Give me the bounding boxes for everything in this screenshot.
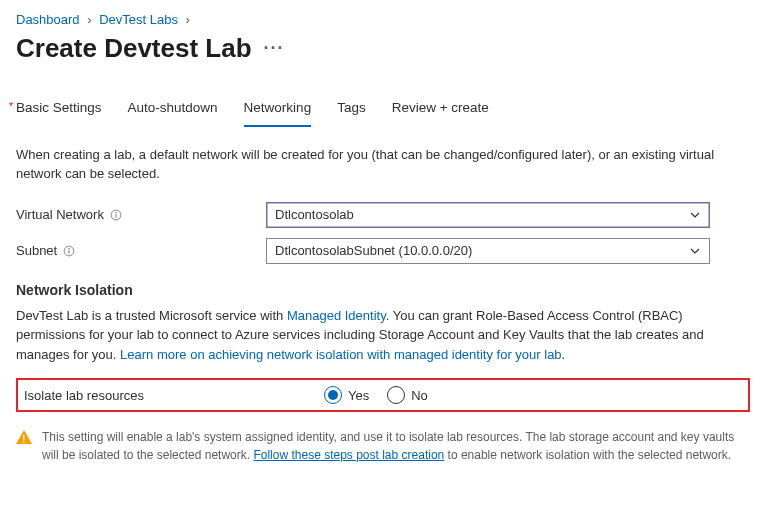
isolate-radio-no[interactable]: No — [387, 386, 428, 404]
tab-description: When creating a lab, a default network w… — [16, 146, 736, 184]
tab-basic-settings[interactable]: Basic Settings — [16, 94, 102, 127]
svg-rect-4 — [69, 250, 70, 253]
virtual-network-select[interactable]: Dtlcontosolab — [266, 202, 710, 228]
svg-rect-1 — [115, 214, 116, 217]
iso-text-dot: . — [562, 347, 566, 362]
network-isolation-description: DevTest Lab is a trusted Microsoft servi… — [16, 306, 746, 365]
tab-bar: Basic Settings Auto-shutdown Networking … — [16, 94, 758, 128]
iso-text-pre: DevTest Lab is a trusted Microsoft servi… — [16, 308, 287, 323]
virtual-network-label: Virtual Network — [16, 207, 266, 222]
isolate-lab-resources-row: Isolate lab resources Yes No — [16, 378, 750, 412]
subnet-select[interactable]: DtlcontosolabSubnet (10.0.0.0/20) — [266, 238, 710, 264]
alert-text-post: to enable network isolation with the sel… — [444, 448, 731, 462]
breadcrumb-dashboard[interactable]: Dashboard — [16, 12, 80, 27]
managed-identity-link[interactable]: Managed Identity — [287, 308, 386, 323]
subnet-row: Subnet DtlcontosolabSubnet (10.0.0.0/20) — [16, 238, 758, 264]
subnet-label: Subnet — [16, 243, 266, 258]
isolate-radio-group: Yes No — [324, 386, 428, 404]
learn-more-link[interactable]: Learn more on achieving network isolatio… — [120, 347, 562, 362]
virtual-network-value: Dtlcontosolab — [275, 207, 354, 222]
chevron-right-icon: › — [186, 12, 190, 27]
warning-alert: This setting will enable a lab's system … — [16, 428, 751, 464]
breadcrumb: Dashboard › DevTest Labs › — [16, 12, 758, 27]
warning-icon — [16, 430, 32, 464]
page-title: Create Devtest Lab ··· — [16, 33, 758, 64]
breadcrumb-devtest-labs[interactable]: DevTest Labs — [99, 12, 178, 27]
info-icon[interactable] — [63, 245, 75, 257]
chevron-down-icon — [689, 245, 701, 257]
info-icon[interactable] — [110, 209, 122, 221]
tab-review-create[interactable]: Review + create — [392, 94, 489, 127]
post-creation-steps-link[interactable]: Follow these steps post lab creation — [253, 448, 444, 462]
isolate-radio-yes[interactable]: Yes — [324, 386, 369, 404]
virtual-network-row: Virtual Network Dtlcontosolab — [16, 202, 758, 228]
warning-text: This setting will enable a lab's system … — [42, 428, 751, 464]
radio-no-label: No — [411, 388, 428, 403]
network-isolation-heading: Network Isolation — [16, 282, 758, 298]
tab-networking[interactable]: Networking — [244, 94, 312, 127]
page-title-text: Create Devtest Lab — [16, 33, 252, 64]
tab-auto-shutdown[interactable]: Auto-shutdown — [128, 94, 218, 127]
radio-icon — [324, 386, 342, 404]
isolate-label: Isolate lab resources — [24, 388, 324, 403]
chevron-right-icon: › — [87, 12, 91, 27]
subnet-label-text: Subnet — [16, 243, 57, 258]
svg-point-2 — [115, 212, 116, 213]
virtual-network-label-text: Virtual Network — [16, 207, 104, 222]
radio-yes-label: Yes — [348, 388, 369, 403]
svg-point-5 — [69, 248, 70, 249]
more-actions-button[interactable]: ··· — [264, 38, 285, 59]
tab-tags[interactable]: Tags — [337, 94, 366, 127]
subnet-value: DtlcontosolabSubnet (10.0.0.0/20) — [275, 243, 472, 258]
chevron-down-icon — [689, 209, 701, 221]
radio-icon — [387, 386, 405, 404]
